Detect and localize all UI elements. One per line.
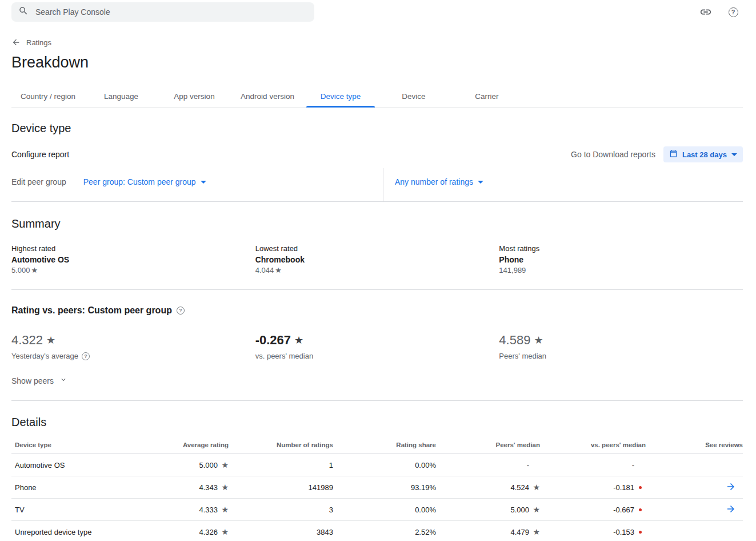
rating-share-cell: 93.19%	[333, 476, 436, 499]
tab-language[interactable]: Language	[85, 87, 158, 107]
ratings-count-dropdown-label: Any number of ratings	[395, 177, 473, 186]
calendar-icon	[669, 149, 678, 160]
chevron-down-icon	[478, 181, 483, 184]
section-divider	[11, 400, 743, 401]
column-header-number-of-ratings: Number of ratings	[229, 437, 333, 454]
device-type-cell: Phone	[11, 476, 174, 499]
stat-yesterdays-average: 4.322★ Yesterday's average?	[11, 333, 255, 360]
search-icon	[18, 6, 29, 18]
summary-title: Summary	[11, 217, 743, 230]
average-rating-cell: 4.343★	[174, 476, 229, 499]
card-value: 141,989	[499, 266, 526, 275]
rating-share-cell: 2.52%	[333, 521, 436, 541]
peers-median-cell: 4.479★	[436, 521, 540, 541]
star-icon: ★	[221, 483, 229, 491]
device-type-cell: Unreported device type	[11, 521, 174, 541]
details-title: Details	[11, 416, 743, 429]
go-to-download-reports-link[interactable]: Go to Download reports	[571, 150, 655, 159]
summary-card-lowest-rated: Lowest rated Chromebook 4.044★	[255, 244, 499, 275]
details-table: Device type Average rating Number of rat…	[11, 437, 743, 541]
help-icon[interactable]: ?	[177, 307, 185, 315]
stat-value: -0.267	[255, 333, 291, 348]
edit-peer-group-label: Edit peer group	[11, 177, 66, 186]
tab-app-version[interactable]: App version	[158, 87, 231, 107]
column-header-see-reviews: See reviews	[646, 437, 743, 454]
configure-report-label: Configure report	[11, 150, 69, 159]
number-of-ratings-cell: 1	[229, 454, 333, 476]
show-peers-toggle[interactable]: Show peers	[11, 376, 743, 385]
average-rating-cell: 4.333★	[174, 499, 229, 521]
ratings-count-dropdown[interactable]: Any number of ratings	[395, 177, 483, 186]
star-icon: ★	[275, 266, 282, 274]
see-reviews-cell	[646, 499, 743, 521]
stat-label: vs. peers' median	[255, 352, 313, 360]
star-icon: ★	[294, 335, 303, 345]
stat-value: 4.322	[11, 333, 43, 348]
table-row: Automotive OS 5.000★ 1 0.00% - -	[11, 454, 743, 476]
tab-country-region[interactable]: Country / region	[11, 87, 85, 107]
tab-android-version[interactable]: Android version	[231, 87, 304, 107]
date-range-label: Last 28 days	[682, 150, 727, 159]
card-label: Highest rated	[11, 244, 255, 253]
star-icon: ★	[221, 461, 229, 469]
device-type-cell: TV	[11, 499, 174, 521]
tab-device[interactable]: Device	[377, 87, 450, 107]
see-reviews-button[interactable]	[726, 482, 743, 492]
card-name: Chromebook	[255, 255, 499, 264]
peers-stats: 4.322★ Yesterday's average? -0.267★ vs. …	[11, 333, 743, 360]
star-icon: ★	[533, 528, 540, 536]
section-title: Device type	[11, 122, 743, 135]
peer-group-dropdown-label: Peer group: Custom peer group	[83, 177, 196, 186]
card-label: Lowest rated	[255, 244, 499, 253]
vs-peers-median-cell: -0.667	[540, 499, 646, 521]
stat-label: Yesterday's average	[11, 352, 78, 360]
number-of-ratings-cell: 3843	[229, 521, 333, 541]
stat-peers-median: 4.589★ Peers' median	[499, 333, 743, 360]
star-icon: ★	[221, 506, 229, 514]
vs-peers-median-cell: -0.153	[540, 521, 646, 541]
negative-indicator-dot	[639, 531, 642, 534]
card-value: 4.044	[255, 266, 274, 275]
chevron-down-icon	[59, 376, 67, 385]
column-header-peers-median: Peers' median	[436, 437, 540, 454]
search-input[interactable]	[34, 7, 307, 17]
number-of-ratings-cell: 3	[229, 499, 333, 521]
peers-median-cell: 5.000★	[436, 499, 540, 521]
peers-section-title: Rating vs. peers: Custom peer group	[11, 305, 172, 316]
stat-label: Peers' median	[499, 352, 546, 360]
vs-peers-median-cell: -0.181	[540, 476, 646, 499]
number-of-ratings-cell: 141989	[229, 476, 333, 499]
search-bar[interactable]	[11, 2, 314, 22]
help-icon[interactable]: ?	[82, 352, 90, 360]
card-label: Most ratings	[499, 244, 743, 253]
column-header-average-rating: Average rating	[174, 437, 229, 454]
filters-row: Edit peer group Peer group: Custom peer …	[11, 168, 743, 202]
rating-share-cell: 0.00%	[333, 499, 436, 521]
page-title: Breakdown	[11, 54, 743, 71]
vs-peers-median-cell: -	[540, 454, 646, 476]
tab-device-type[interactable]: Device type	[304, 87, 377, 107]
rating-share-cell: 0.00%	[333, 454, 436, 476]
chevron-down-icon	[731, 153, 737, 156]
average-rating-cell: 5.000★	[174, 454, 229, 476]
column-header-rating-share: Rating share	[333, 437, 436, 454]
breadcrumb-ratings-link[interactable]: Ratings	[26, 38, 51, 47]
back-arrow-icon[interactable]	[11, 38, 21, 47]
see-reviews-button[interactable]	[726, 504, 743, 514]
peer-group-dropdown[interactable]: Peer group: Custom peer group	[83, 177, 206, 186]
star-icon: ★	[533, 506, 540, 514]
see-reviews-cell	[646, 521, 743, 541]
tab-carrier[interactable]: Carrier	[450, 87, 523, 107]
column-header-device-type: Device type	[11, 437, 174, 454]
summary-card-most-ratings: Most ratings Phone 141,989	[499, 244, 743, 275]
section-divider	[11, 289, 743, 290]
card-value: 5.000	[11, 266, 30, 275]
summary-cards: Highest rated Automotive OS 5.000★ Lowes…	[11, 244, 743, 275]
date-range-button[interactable]: Last 28 days	[663, 146, 743, 162]
device-type-cell: Automotive OS	[11, 454, 174, 476]
chevron-down-icon	[201, 181, 206, 184]
copy-link-icon[interactable]	[699, 5, 713, 19]
help-icon[interactable]: ?	[726, 5, 740, 19]
see-reviews-cell	[646, 454, 743, 476]
table-header-row: Device type Average rating Number of rat…	[11, 437, 743, 454]
